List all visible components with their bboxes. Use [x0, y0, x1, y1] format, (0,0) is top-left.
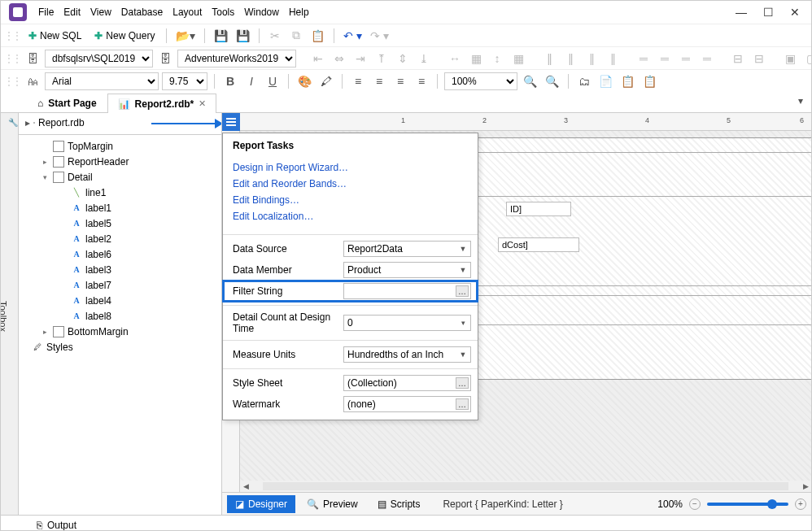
hspace-inc-icon[interactable]: ‖ [561, 50, 579, 67]
menu-database[interactable]: Database [121, 7, 163, 18]
tree-label3[interactable]: label3 [85, 264, 111, 276]
tree-line1[interactable]: line1 [85, 187, 106, 198]
new-sql-button[interactable]: ✚New SQL [24, 27, 86, 45]
ellipsis-button[interactable]: … [456, 398, 469, 410]
save-all-button[interactable]: 💾 [234, 27, 252, 45]
undo-button[interactable]: ↶ ▾ [341, 27, 365, 45]
output-tab[interactable]: Output [47, 520, 76, 531]
menu-help[interactable]: Help [289, 7, 309, 18]
tree-styles[interactable]: Styles [46, 342, 73, 353]
view-tab-scripts[interactable]: ▤Scripts [369, 495, 429, 513]
ellipsis-button[interactable]: … [456, 377, 469, 389]
align-top-icon[interactable]: ⤒ [373, 50, 391, 67]
zoom-combo[interactable]: 100% [444, 72, 517, 90]
vspace-rm-icon[interactable]: ═ [698, 50, 716, 67]
text-right-button[interactable]: ≡ [391, 72, 409, 90]
field-id[interactable]: ID] [506, 202, 571, 216]
bold-button[interactable]: B [221, 72, 239, 90]
chevron-down-icon[interactable]: ▼ [457, 243, 469, 255]
tree-label6[interactable]: label6 [85, 249, 111, 260]
view-tab-designer[interactable]: ◪Designer [227, 495, 295, 513]
tab-report2[interactable]: 📊Report2.rdb*✕ [107, 94, 217, 113]
chevron-down-icon[interactable]: ▼ [457, 264, 469, 276]
tree-root[interactable]: Report.rdb [38, 117, 85, 128]
toolbox-panel[interactable]: 🔧 Toolbox [1, 113, 19, 515]
link-edit-bindings[interactable]: Edit Bindings… [233, 192, 468, 208]
tree-bottommargin[interactable]: BottomMargin [68, 326, 129, 337]
db2-icon[interactable]: 🗄 [156, 50, 174, 67]
menu-layout[interactable]: Layout [172, 7, 202, 18]
link-edit-bands[interactable]: Edit and Reorder Bands… [233, 176, 468, 192]
detailcount-field[interactable]: 0▾ [343, 315, 471, 331]
align-middle-icon[interactable]: ⇕ [394, 50, 412, 67]
tree-label4[interactable]: label4 [85, 295, 111, 307]
twisty-icon[interactable]: ▾ [40, 173, 50, 181]
fontsize-combo[interactable]: 9.75 [162, 72, 207, 90]
tool4-button[interactable]: 📋 [640, 72, 659, 90]
close-tab-icon[interactable]: ✕ [199, 98, 206, 109]
tab-options-icon[interactable]: ▾ [798, 95, 803, 107]
chevron-down-icon[interactable]: ▼ [457, 349, 469, 360]
window-maximize-icon[interactable]: ☐ [763, 6, 774, 19]
menu-edit[interactable]: Edit [63, 7, 81, 18]
backcolor-button[interactable]: 🖍 [317, 72, 335, 90]
expand-tree-icon[interactable]: ▸ [25, 117, 30, 128]
ellipsis-button[interactable]: … [456, 285, 469, 297]
menu-view[interactable]: View [90, 7, 111, 18]
tree-label8[interactable]: label8 [85, 311, 111, 322]
datamember-field[interactable]: Product▼ [343, 262, 471, 278]
font-icon[interactable]: 🗛 [24, 72, 41, 90]
filterstring-field[interactable]: … [343, 283, 471, 299]
grid-size2-icon[interactable]: ▦ [509, 50, 527, 67]
italic-button[interactable]: I [242, 72, 260, 90]
spinner-icon[interactable]: ▾ [457, 317, 469, 329]
bring-front-icon[interactable]: ▣ [781, 50, 799, 67]
zoom-out-button[interactable]: − [689, 498, 701, 510]
link-edit-localization[interactable]: Edit Localization… [233, 208, 468, 224]
hspace-rm-icon[interactable]: ‖ [604, 50, 622, 67]
underline-button[interactable]: U [264, 72, 282, 90]
same-height-icon[interactable]: ↕ [488, 50, 506, 67]
tree-reportheader[interactable]: ReportHeader [68, 156, 129, 168]
tab-start-page[interactable]: ⌂Start Page [27, 93, 107, 112]
save-button[interactable]: 💾 [212, 27, 230, 45]
zoom-slider[interactable] [707, 503, 788, 506]
window-minimize-icon[interactable]: — [736, 6, 747, 19]
tool2-button[interactable]: 📄 [596, 72, 615, 90]
hspace-eq-icon[interactable]: ‖ [540, 50, 558, 67]
datasource-field[interactable]: Report2Data▼ [343, 241, 471, 257]
db-icon[interactable]: 🗄 [24, 50, 41, 67]
stylesheet-field[interactable]: (Collection)… [343, 375, 471, 391]
align-left-icon[interactable]: ⇤ [309, 50, 327, 67]
tool1-button[interactable]: 🗂 [575, 72, 593, 90]
redo-button[interactable]: ↷ ▾ [368, 27, 391, 45]
same-width-icon[interactable]: ↔ [446, 50, 464, 67]
vspace-dec-icon[interactable]: ═ [677, 50, 695, 67]
zoom-out-button[interactable]: 🔍 [543, 72, 561, 90]
link-design-wizard[interactable]: Design in Report Wizard… [233, 159, 468, 176]
tree-label5[interactable]: label5 [85, 218, 111, 229]
zoom-in-button[interactable]: 🔍 [521, 72, 539, 90]
forecolor-button[interactable]: 🎨 [295, 72, 314, 90]
align-bottom-icon[interactable]: ⤓ [415, 50, 433, 67]
text-justify-button[interactable]: ≡ [413, 72, 430, 90]
paste-button[interactable]: 📋 [308, 27, 327, 45]
menu-tools[interactable]: Tools [212, 7, 234, 18]
vspace-eq-icon[interactable]: ═ [635, 50, 653, 67]
grid-size-icon[interactable]: ▦ [467, 50, 485, 67]
view-tab-preview[interactable]: 🔍Preview [299, 495, 366, 513]
text-left-button[interactable]: ≡ [349, 72, 367, 90]
menu-file[interactable]: File [38, 7, 54, 18]
font-combo[interactable]: Arial [45, 72, 159, 90]
hspace-dec-icon[interactable]: ‖ [583, 50, 600, 67]
open-dropdown-button[interactable]: 📂▾ [173, 27, 198, 45]
zoom-in-button[interactable]: + [795, 498, 806, 510]
twisty-icon[interactable]: ▸ [40, 328, 50, 336]
smart-tag-button[interactable] [222, 113, 240, 131]
text-center-button[interactable]: ≡ [370, 72, 388, 90]
window-close-icon[interactable]: ✕ [790, 6, 800, 19]
send-back-icon[interactable]: ▢ [802, 50, 812, 67]
tool3-button[interactable]: 📋 [618, 72, 637, 90]
horizontal-scrollbar[interactable]: ◀▶ [240, 481, 811, 492]
vspace-inc-icon[interactable]: ═ [656, 50, 674, 67]
